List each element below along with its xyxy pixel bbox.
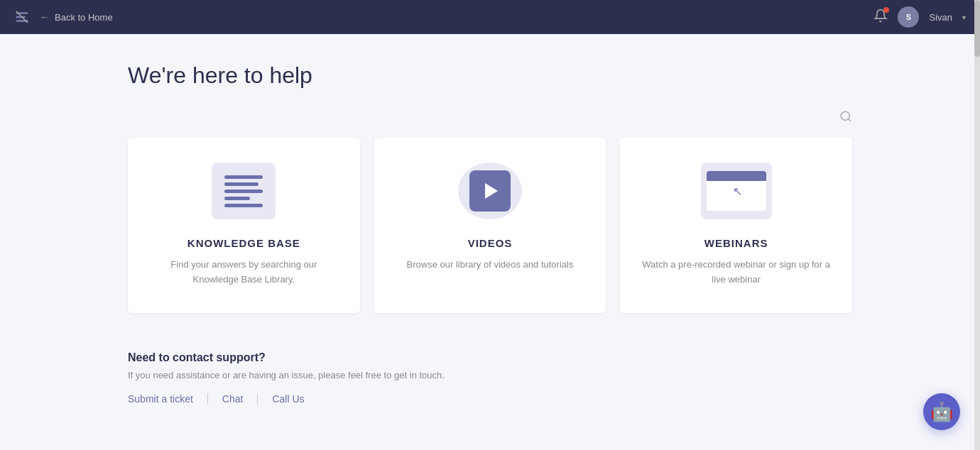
videos-icon [454,159,526,223]
back-arrow-icon: ← [40,11,50,23]
knowledge-base-title: KNOWLEDGE BASE [187,237,300,249]
main-content: We're here to help [0,34,980,426]
username-dropdown-icon[interactable]: ▾ [962,13,966,21]
search-button[interactable] [839,110,852,126]
videos-desc: Browse our library of videos and tutoria… [407,258,574,273]
search-row [128,110,852,126]
back-to-home-link[interactable]: ← Back to Home [40,11,113,23]
logo [14,9,30,25]
navbar: ← Back to Home S Sivan ▾ [0,0,980,34]
support-section: Need to contact support? If you need ass… [128,344,852,405]
scrollbar[interactable] [974,0,980,450]
cards-grid: KNOWLEDGE BASE Find your answers by sear… [128,138,852,313]
chat-link[interactable]: Chat [222,393,258,405]
notifications-bell[interactable] [873,9,888,26]
videos-title: VIDEOS [468,237,513,249]
webinars-icon: ↖ [697,159,775,223]
support-links: Submit a ticket Chat Call Us [128,393,852,405]
avatar[interactable]: S [898,6,919,28]
page-title: We're here to help [128,62,852,89]
svg-line-2 [848,119,850,121]
webinars-title: WEBINARS [704,237,768,249]
call-us-link[interactable]: Call Us [272,393,318,405]
knowledge-base-icon [208,159,279,223]
videos-card[interactable]: VIDEOS Browse our library of videos and … [374,138,606,313]
svg-point-1 [841,111,849,120]
knowledge-base-card[interactable]: KNOWLEDGE BASE Find your answers by sear… [128,138,360,313]
notification-dot [883,7,889,13]
knowledge-base-desc: Find your answers by searching our Knowl… [149,258,339,287]
nav-left: ← Back to Home [14,9,113,25]
submit-ticket-link[interactable]: Submit a ticket [128,393,208,405]
back-label: Back to Home [55,12,113,23]
nav-right: S Sivan ▾ [873,6,966,28]
webinars-card[interactable]: ↖ WEBINARS Watch a pre-recorded webinar … [620,138,852,313]
webinars-desc: Watch a pre-recorded webinar or sign up … [641,258,831,287]
support-title: Need to contact support? [128,351,852,364]
chat-fab-icon: 🤖 [930,401,953,423]
username-label[interactable]: Sivan [929,12,952,23]
support-description: If you need assistance or are having an … [128,370,852,380]
chat-fab-button[interactable]: 🤖 [923,393,960,430]
scrollbar-thumb[interactable] [974,0,980,57]
